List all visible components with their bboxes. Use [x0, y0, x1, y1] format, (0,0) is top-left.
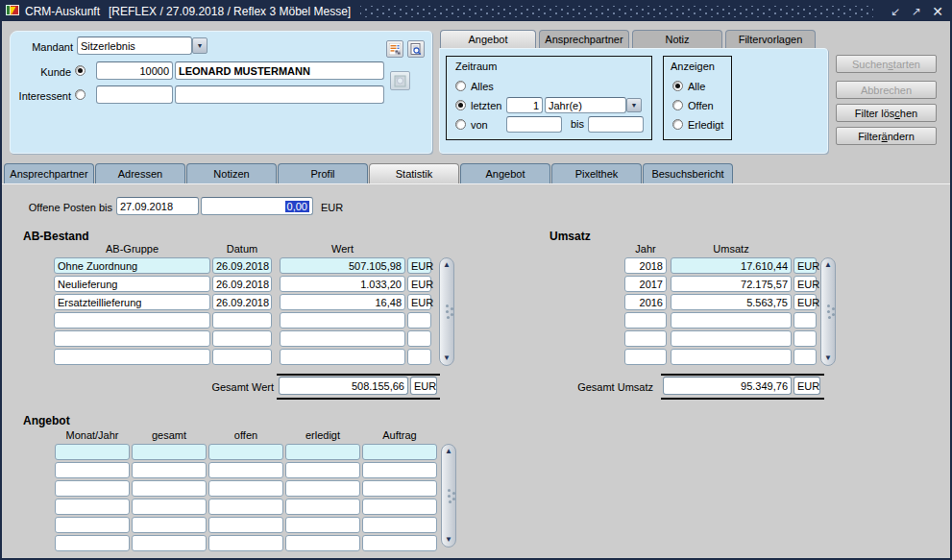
scroll-down-icon[interactable]: ▼	[824, 354, 832, 362]
table-cell[interactable]: EUR	[407, 294, 431, 310]
title-bar[interactable]: CRM-Auskunft [REFLEX / 27.09.2018 / Refl…	[2, 2, 950, 21]
filter-tab-ansprechpartner[interactable]: Ansprechpartner	[539, 30, 629, 48]
scroll-up-icon[interactable]: ▲	[824, 261, 832, 269]
filter-tab-angebot[interactable]: Angebot	[440, 30, 536, 48]
interessent-name-field[interactable]	[175, 85, 384, 104]
table-cell[interactable]	[362, 517, 437, 533]
table-cell[interactable]	[362, 535, 437, 551]
table-cell[interactable]	[671, 349, 792, 365]
scroll-up-icon[interactable]: ▲	[445, 448, 452, 455]
scroll-down-icon[interactable]: ▼	[443, 354, 451, 362]
tab-angebot[interactable]: Angebot	[460, 163, 550, 183]
filter-aendern-button[interactable]: Filter ändern	[836, 127, 937, 145]
table-cell[interactable]	[285, 480, 360, 497]
tool-icon-disabled[interactable]	[390, 71, 410, 90]
table-cell[interactable]	[671, 312, 792, 329]
offene-posten-date-field[interactable]: 27.09.2018	[116, 197, 199, 215]
table-cell[interactable]	[285, 499, 360, 515]
table-cell[interactable]	[362, 499, 437, 515]
zeitraum-von-radio[interactable]	[455, 119, 466, 130]
table-cell[interactable]	[55, 480, 130, 497]
abbrechen-button[interactable]: Abbrechen	[836, 81, 937, 99]
table-cell[interactable]: Ohne Zuordnung	[54, 257, 210, 274]
table-cell[interactable]	[132, 499, 207, 515]
table-cell[interactable]: 2018	[624, 257, 667, 274]
table-cell[interactable]	[55, 462, 130, 478]
table-cell[interactable]	[624, 312, 667, 329]
scroll-down-icon[interactable]: ▼	[445, 536, 452, 544]
table-cell[interactable]	[362, 462, 437, 478]
interessent-radio[interactable]	[75, 89, 85, 100]
table-cell[interactable]	[793, 312, 817, 329]
table-cell[interactable]	[54, 330, 210, 347]
scroll-up-icon[interactable]: ▲	[443, 261, 451, 269]
table-cell[interactable]	[285, 444, 360, 460]
table-cell[interactable]: 5.563,75	[671, 294, 792, 310]
table-cell[interactable]	[407, 349, 431, 365]
kunde-radio[interactable]	[75, 65, 85, 76]
table-cell[interactable]	[55, 499, 130, 515]
table-cell[interactable]	[55, 444, 130, 460]
table-cell[interactable]	[212, 349, 272, 365]
table-cell[interactable]	[55, 535, 130, 551]
table-cell[interactable]	[55, 517, 130, 533]
table-cell[interactable]	[208, 499, 283, 515]
table-cell[interactable]	[362, 480, 437, 497]
tab-pixelthek[interactable]: Pixelthek	[551, 163, 642, 183]
tab-notizen[interactable]: Notizen	[186, 163, 277, 183]
table-cell[interactable]	[208, 480, 283, 497]
table-cell[interactable]	[132, 535, 207, 551]
table-cell[interactable]: Neulieferung	[54, 276, 210, 292]
kunde-name-field[interactable]: LEONARD MUSTERMANN	[175, 61, 384, 80]
bis-date-field[interactable]	[588, 116, 644, 133]
table-cell[interactable]	[793, 330, 817, 347]
offene-posten-amount-field[interactable]: 0,00	[201, 197, 313, 215]
table-cell[interactable]	[208, 462, 283, 478]
table-cell[interactable]	[132, 480, 207, 497]
table-cell[interactable]: 1.033,20	[280, 276, 405, 292]
table-cell[interactable]: Ersatzteillieferung	[54, 294, 210, 310]
letzten-value-field[interactable]: 1	[506, 97, 543, 113]
table-cell[interactable]	[208, 535, 283, 551]
tab-besuchsbericht[interactable]: Besuchsbericht	[643, 163, 733, 183]
table-cell[interactable]: 26.09.2018	[212, 257, 272, 274]
table-cell[interactable]	[793, 349, 817, 365]
zeitraum-alles-radio[interactable]	[455, 81, 466, 91]
filter-tab-filtervorlagen[interactable]: Filtervorlagen	[725, 30, 816, 48]
anzeigen-radio-alle[interactable]	[672, 81, 683, 91]
preview-search-icon[interactable]	[407, 40, 425, 58]
table-cell[interactable]	[624, 330, 667, 347]
table-cell[interactable]: 26.09.2018	[212, 276, 272, 292]
table-cell[interactable]: EUR	[793, 257, 817, 274]
table-cell[interactable]: EUR	[407, 257, 431, 274]
table-cell[interactable]	[280, 330, 405, 347]
edit-list-icon[interactable]	[386, 40, 403, 58]
table-cell[interactable]	[285, 462, 360, 478]
tab-adressen[interactable]: Adressen	[95, 163, 185, 183]
table-cell[interactable]	[285, 517, 360, 533]
table-cell[interactable]: 2016	[624, 294, 667, 310]
table-cell[interactable]: 26.09.2018	[212, 294, 272, 310]
anzeigen-radio-erledigt[interactable]	[672, 119, 683, 130]
table-cell[interactable]: 72.175,57	[671, 276, 792, 292]
table-cell[interactable]: EUR	[793, 276, 817, 292]
table-cell[interactable]	[407, 330, 431, 347]
table-cell[interactable]: EUR	[793, 294, 817, 310]
table-cell[interactable]	[212, 330, 272, 347]
suchen-starten-button[interactable]: Suchen starten	[836, 55, 937, 73]
table-cell[interactable]	[54, 312, 210, 329]
table-cell[interactable]	[208, 517, 283, 533]
tab-statistik[interactable]: Statistik	[369, 163, 459, 183]
zeitraum-letzten-radio[interactable]	[455, 100, 466, 110]
table-cell[interactable]	[407, 312, 431, 329]
filter-tab-notiz[interactable]: Notiz	[632, 30, 722, 48]
table-cell[interactable]	[208, 444, 283, 460]
table-cell[interactable]: 2017	[624, 276, 667, 292]
filter-loeschen-button[interactable]: Filter löschen	[836, 104, 937, 122]
table-cell[interactable]	[624, 349, 667, 365]
table-cell[interactable]	[54, 349, 210, 365]
table-cell[interactable]	[671, 330, 792, 347]
kunde-number-field[interactable]: 10000	[96, 61, 173, 80]
table-cell[interactable]	[280, 349, 405, 365]
tab-profil[interactable]: Profil	[278, 163, 368, 183]
